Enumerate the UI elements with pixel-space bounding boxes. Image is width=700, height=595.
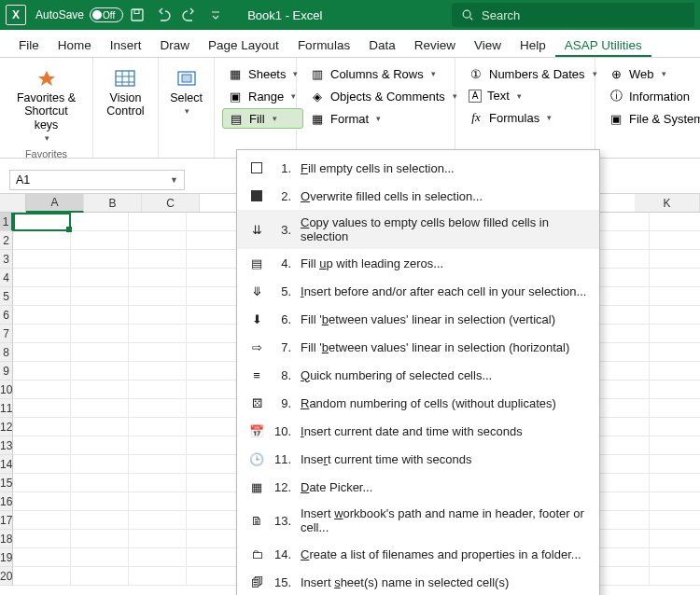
menu-item-1[interactable]: 1.Fill empty cells in selection...: [237, 154, 599, 182]
menu-item-12[interactable]: ▦12.Date Picker...: [237, 473, 599, 501]
row-header[interactable]: 5: [0, 287, 13, 306]
menu-item-6[interactable]: ⬇6.Fill 'between values' linear in selec…: [237, 305, 599, 333]
cell[interactable]: [592, 511, 650, 530]
cell[interactable]: [13, 474, 71, 492]
cell[interactable]: [650, 287, 700, 306]
cell[interactable]: [650, 567, 700, 586]
cell[interactable]: [592, 325, 650, 343]
row-header[interactable]: 9: [0, 362, 13, 381]
cell[interactable]: [71, 436, 129, 455]
menu-item-15[interactable]: 🗐15.Insert sheet(s) name in selected cel…: [237, 568, 599, 595]
row-header[interactable]: 3: [0, 250, 13, 269]
cell[interactable]: [592, 269, 650, 287]
cell[interactable]: [71, 530, 129, 548]
cell[interactable]: [71, 287, 129, 306]
tab-insert[interactable]: Insert: [101, 33, 151, 57]
cell[interactable]: [13, 213, 71, 231]
cell[interactable]: [129, 269, 187, 287]
cell[interactable]: [129, 511, 187, 530]
row-header[interactable]: 6: [0, 306, 13, 325]
cell[interactable]: [129, 548, 187, 567]
cell[interactable]: [71, 511, 129, 530]
cell[interactable]: [129, 213, 187, 231]
cell[interactable]: [13, 418, 71, 436]
objects-comments-button[interactable]: ◈Objects & Comments▾: [304, 86, 463, 106]
select-button[interactable]: Select ▾: [164, 63, 208, 120]
row-header[interactable]: 4: [0, 269, 13, 287]
cell[interactable]: [650, 511, 700, 530]
cell[interactable]: [650, 362, 700, 381]
cell[interactable]: [129, 250, 187, 269]
tab-help[interactable]: Help: [511, 33, 555, 57]
cell[interactable]: [592, 250, 650, 269]
cell[interactable]: [592, 436, 650, 455]
menu-item-5[interactable]: ⤋5.Insert before and/or after each cell …: [237, 277, 599, 305]
cell[interactable]: [592, 567, 650, 586]
cell[interactable]: [71, 213, 129, 231]
cell[interactable]: [71, 231, 129, 250]
cell[interactable]: [71, 548, 129, 567]
cell[interactable]: [129, 287, 187, 306]
cell[interactable]: [13, 343, 71, 362]
autosave-toggle[interactable]: AutoSave Off: [35, 7, 115, 22]
cell[interactable]: [129, 399, 187, 418]
favorites-button[interactable]: Favorites &Shortcut keys▾: [7, 63, 85, 146]
cell[interactable]: [592, 492, 650, 511]
cell[interactable]: [129, 474, 187, 492]
cell[interactable]: [71, 362, 129, 381]
tab-home[interactable]: Home: [49, 33, 101, 57]
menu-item-3[interactable]: ⇊3.Copy values to empty cells below fill…: [237, 210, 599, 249]
cell[interactable]: [129, 530, 187, 548]
cell[interactable]: [71, 418, 129, 436]
cell[interactable]: [129, 231, 187, 250]
cell[interactable]: [13, 399, 71, 418]
cell[interactable]: [592, 362, 650, 381]
cell[interactable]: [71, 381, 129, 399]
text-button[interactable]: AText▾: [463, 86, 603, 105]
cell[interactable]: [650, 381, 700, 399]
name-box[interactable]: A1 ▼: [9, 170, 185, 190]
search-bar[interactable]: Search: [452, 3, 694, 27]
menu-item-8[interactable]: ≡8.Quick numbering of selected cells...: [237, 361, 599, 389]
menu-item-13[interactable]: 🗎13.Insert workbook's path and name in h…: [237, 501, 599, 540]
chevron-down-icon[interactable]: ▼: [170, 175, 178, 185]
save-icon[interactable]: [128, 6, 147, 24]
cell[interactable]: [13, 548, 71, 567]
cell[interactable]: [13, 325, 71, 343]
cell[interactable]: [13, 381, 71, 399]
tab-file[interactable]: File: [9, 33, 49, 57]
file-system-button[interactable]: ▣File & System: [603, 108, 700, 129]
cell[interactable]: [129, 418, 187, 436]
row-header[interactable]: 13: [0, 436, 13, 455]
cell[interactable]: [592, 213, 650, 231]
column-header[interactable]: K: [635, 194, 700, 212]
row-header[interactable]: 16: [0, 492, 13, 511]
cell[interactable]: [650, 269, 700, 287]
cell[interactable]: [129, 325, 187, 343]
cell[interactable]: [13, 287, 71, 306]
cell[interactable]: [650, 250, 700, 269]
cell[interactable]: [650, 418, 700, 436]
vision-control-button[interactable]: VisionControl: [101, 63, 149, 122]
row-header[interactable]: 12: [0, 418, 13, 436]
cell[interactable]: [650, 325, 700, 343]
cell[interactable]: [13, 492, 71, 511]
qat-dropdown-icon[interactable]: [206, 6, 225, 24]
cell[interactable]: [592, 343, 650, 362]
row-header[interactable]: 17: [0, 511, 13, 530]
tab-formulas[interactable]: Formulas: [288, 33, 359, 57]
cell[interactable]: [592, 418, 650, 436]
cell[interactable]: [650, 306, 700, 325]
cell[interactable]: [71, 343, 129, 362]
cell[interactable]: [592, 231, 650, 250]
tab-data[interactable]: Data: [359, 33, 405, 57]
cell[interactable]: [650, 548, 700, 567]
cell[interactable]: [71, 492, 129, 511]
fill-button[interactable]: ▤Fill▾: [222, 108, 303, 129]
cell[interactable]: [650, 474, 700, 492]
tab-asap-utilities[interactable]: ASAP Utilities: [555, 33, 651, 57]
cell[interactable]: [650, 399, 700, 418]
menu-item-2[interactable]: 2.Overwrite filled cells in selection...: [237, 182, 599, 210]
menu-item-14[interactable]: 🗀14.Create a list of filenames and prope…: [237, 540, 599, 568]
undo-icon[interactable]: [154, 6, 173, 24]
